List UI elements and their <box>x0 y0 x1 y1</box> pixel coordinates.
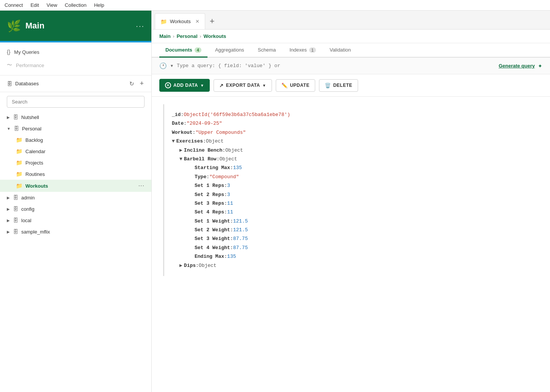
sidebar-nav: {} My Queries 〜 Performance <box>0 42 151 75</box>
query-input[interactable] <box>177 63 496 69</box>
colon-s2r: : <box>224 190 227 199</box>
doc-line-ending-max: Ending Max : 135 <box>172 252 531 261</box>
doc-line-set4reps: Set 4 Reps : 11 <box>172 208 531 216</box>
field-value-s2w: 121.5 <box>233 226 248 234</box>
workouts-more-options-button[interactable]: ··· <box>138 182 145 189</box>
field-value-s1r: 3 <box>227 181 230 190</box>
breadcrumb-main[interactable]: Main <box>159 33 171 39</box>
folder-icon-calendar: 📁 <box>16 148 22 154</box>
add-data-button[interactable]: + ADD DATA ▼ <box>159 79 210 92</box>
colon-s4r: : <box>224 208 227 216</box>
update-label: UPDATE <box>290 83 309 88</box>
sparkle-icon: ✦ <box>538 63 542 69</box>
collection-item-calendar[interactable]: 📁 Calendar <box>0 146 151 157</box>
field-value-s4w: 87.75 <box>233 243 248 252</box>
update-button[interactable]: ✏️ UPDATE <box>276 79 315 92</box>
menu-edit[interactable]: Edit <box>30 2 39 8</box>
add-data-plus-icon: + <box>165 82 171 88</box>
db-tree: ▶ 🗄 Nutshell ▼ 🗄 Personal 📁 Backlog 📁 Ca… <box>0 111 151 392</box>
sidebar-item-label-performance: Performance <box>16 63 44 68</box>
db-item-nutshell[interactable]: ▶ 🗄 Nutshell <box>0 111 151 123</box>
colon-incline: : <box>222 146 225 155</box>
doc-line-id: _id : ObjectId('66f59e3b6a37c5ba6a1ebe78… <box>172 110 531 119</box>
chevron-right-icon-config: ▶ <box>7 207 10 211</box>
db-label-admin: admin <box>21 195 35 201</box>
field-value-workout: "Upper Compounds" <box>195 128 246 137</box>
tab-close-icon[interactable]: ✕ <box>195 19 200 24</box>
breadcrumb-personal[interactable]: Personal <box>177 33 198 39</box>
sidebar-item-performance[interactable]: 〜 Performance <box>0 58 151 72</box>
colon-sm: : <box>230 163 233 172</box>
doc-line-incline-bench[interactable]: ▶ Incline Bench : Object <box>172 146 531 155</box>
menu-collection[interactable]: Collection <box>65 2 86 8</box>
tab-documents[interactable]: Documents 4 <box>159 43 207 58</box>
generate-query-link[interactable]: Generate query <box>499 63 535 69</box>
colon-s3r: : <box>224 199 227 208</box>
chevron-down-icon-personal: ▼ <box>7 127 11 131</box>
databases-row: 🗄 Databases ↻ + <box>0 75 151 92</box>
tab-aggregations[interactable]: Aggregations <box>209 43 250 58</box>
chevron-right-icon-local: ▶ <box>7 218 10 223</box>
db-item-local[interactable]: ▶ 🗄 local <box>0 215 151 226</box>
colon-barbell: : <box>217 155 220 163</box>
field-key-date: Date <box>172 119 184 128</box>
db-item-config[interactable]: ▶ 🗄 config <box>0 203 151 215</box>
sidebar-more-options-button[interactable]: ··· <box>136 22 145 30</box>
menu-help[interactable]: Help <box>94 2 104 8</box>
search-input[interactable] <box>7 96 145 108</box>
refresh-databases-button[interactable]: ↻ <box>129 79 135 88</box>
field-key-barbell: Barbell Row <box>184 155 217 163</box>
query-bar: 🕐 ▼ Generate query ✦ <box>152 58 550 74</box>
doc-line-barbell-row[interactable]: ▼ Barbell Row : Object <box>172 155 531 163</box>
field-key-s2r: Set 2 Reps <box>195 190 224 199</box>
breadcrumb-workouts[interactable]: Workouts <box>204 33 226 39</box>
query-dropdown-icon[interactable]: ▼ <box>170 64 174 68</box>
db-item-admin[interactable]: ▶ 🗄 admin <box>0 192 151 203</box>
query-history-icon[interactable]: 🕐 <box>159 62 167 69</box>
colon-workout: : <box>193 128 196 137</box>
db-icon-nutshell: 🗄 <box>13 114 18 120</box>
collection-item-projects[interactable]: 📁 Projects <box>0 157 151 168</box>
action-bar: + ADD DATA ▼ ↗ EXPORT DATA ▼ ✏️ UPDATE 🗑… <box>152 74 550 97</box>
collection-item-backlog[interactable]: 📁 Backlog <box>0 134 151 146</box>
field-value-s4r: 11 <box>227 208 233 216</box>
doc-line-exercises[interactable]: ▼ Exercises : Object <box>172 137 531 146</box>
db-label-config: config <box>21 206 35 212</box>
sidebar-app-title: Main <box>25 21 44 31</box>
folder-icon-routines: 📁 <box>16 171 22 177</box>
tab-validation[interactable]: Validation <box>324 43 357 58</box>
doc-line-starting-max: Starting Max : 135 <box>172 163 531 172</box>
collection-item-workouts[interactable]: 📁 Workouts ··· <box>0 180 151 192</box>
export-data-button[interactable]: ↗ EXPORT DATA ▼ <box>214 79 272 92</box>
menu-view[interactable]: View <box>47 2 57 8</box>
colon-date: : <box>184 119 187 128</box>
colon-em: : <box>224 252 227 261</box>
field-key-dips: Dips <box>184 261 196 270</box>
add-tab-button[interactable]: + <box>207 13 218 29</box>
doc-line-dips[interactable]: ▶ Dips : Object <box>172 261 531 270</box>
field-key-incline: Incline Bench <box>184 146 222 155</box>
doc-line-date: Date : "2024-09-25" <box>172 119 531 128</box>
document-viewer: _id : ObjectId('66f59e3b6a37c5ba6a1ebe78… <box>152 97 550 392</box>
field-value-s2r: 3 <box>227 190 230 199</box>
tab-folder-icon: 📁 <box>160 19 167 25</box>
delete-button[interactable]: 🗑️ DELETE <box>319 79 358 92</box>
sidebar-item-my-queries[interactable]: {} My Queries <box>0 45 151 58</box>
db-icon-config: 🗄 <box>13 206 18 212</box>
tab-indexes[interactable]: Indexes 1 <box>283 43 322 58</box>
menu-connect[interactable]: Connect <box>5 2 23 8</box>
add-database-button[interactable]: + <box>139 79 145 88</box>
indexes-tab-label: Indexes <box>289 47 307 53</box>
db-item-personal[interactable]: ▼ 🗄 Personal <box>0 123 151 134</box>
colon-s1r: : <box>224 181 227 190</box>
db-item-sample-mflix[interactable]: ▶ 🗄 sample_mflix <box>0 226 151 237</box>
tab-schema[interactable]: Schema <box>252 43 282 58</box>
tab-workouts[interactable]: 📁 Workouts ✕ <box>155 13 205 29</box>
tab-bar: 📁 Workouts ✕ + <box>152 11 550 30</box>
colon-s1w: : <box>230 217 233 226</box>
tab-workouts-label: Workouts <box>170 19 191 24</box>
field-key-exercises: Exercises <box>176 137 203 146</box>
collection-label-projects: Projects <box>25 160 43 166</box>
collection-item-routines[interactable]: 📁 Routines <box>0 168 151 180</box>
collection-tabs: Documents 4 Aggregations Schema Indexes … <box>152 43 550 58</box>
